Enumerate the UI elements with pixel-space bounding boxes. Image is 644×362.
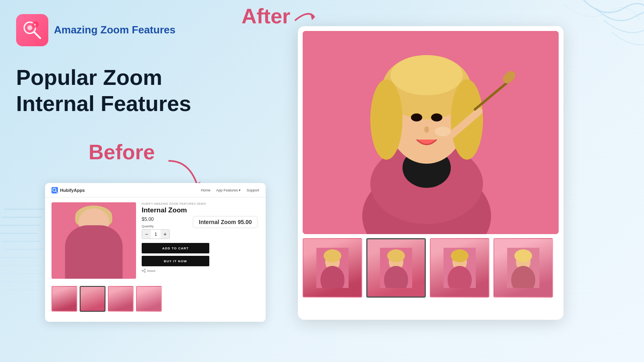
svg-point-22 (144, 269, 146, 270)
woman-body (65, 225, 123, 279)
app-logo-icon: + (16, 14, 48, 46)
panel-thumb-4[interactable] (136, 286, 162, 312)
before-panel: HubifyApps Home App Features ▾ Support H… (45, 183, 266, 322)
main-heading: Popular Zoom Internal Features (16, 64, 191, 117)
after-thumb-3[interactable] (430, 238, 489, 298)
svg-point-39 (424, 126, 429, 133)
zoom-badge-text: Internal Zoom 95.00 (199, 219, 252, 225)
before-label-text: Before (89, 140, 155, 164)
qty-value: 1 (151, 232, 161, 237)
svg-point-23 (142, 270, 143, 272)
product-image-art (52, 202, 136, 279)
svg-point-58 (514, 249, 532, 262)
svg-point-46 (324, 249, 341, 262)
panel-nav: HubifyApps Home App Features ▾ Support (45, 183, 266, 197)
heading-line2: Internal Features (16, 90, 191, 117)
app-name: Amazing Zoom Features (54, 24, 175, 36)
svg-text:+: + (34, 23, 36, 27)
svg-point-50 (387, 249, 405, 262)
share-label: Share (147, 269, 155, 273)
after-product-image-bg (303, 31, 559, 234)
buy-it-now-button[interactable]: BUY IT NOW (142, 256, 209, 266)
panel-nav-links: Home App Features ▾ Support (201, 188, 259, 192)
panel-thumb-3[interactable] (108, 286, 134, 312)
product-name: Internal Zoom (142, 206, 259, 214)
bg-lines-decoration (0, 201, 48, 322)
panel-thumbnails (45, 284, 266, 316)
panel-nav-logo-text: HubifyApps (60, 188, 85, 193)
app-title-text: Amazing Zoom Features (54, 24, 175, 36)
svg-point-13 (27, 25, 32, 30)
svg-line-14 (34, 32, 40, 38)
panel-body: HUBIFY AMAZING ZOOM FEATURES DEMO Intern… (45, 197, 266, 284)
zoom-badge: Internal Zoom 95.00 (193, 216, 258, 228)
svg-point-36 (390, 55, 463, 95)
panel-thumb-1[interactable] (52, 286, 77, 312)
svg-line-25 (143, 270, 144, 270)
svg-point-43 (435, 127, 451, 136)
svg-point-24 (144, 272, 146, 273)
nav-link-home[interactable]: Home (201, 188, 211, 192)
svg-marker-18 (310, 13, 315, 20)
after-label: After (242, 4, 318, 28)
svg-point-34 (370, 79, 402, 160)
panel-thumb-2[interactable] (80, 286, 105, 312)
product-brand: HUBIFY AMAZING ZOOM FEATURES DEMO (142, 202, 259, 205)
nav-link-features[interactable]: App Features ▾ (216, 188, 241, 192)
quantity-selector[interactable]: − 1 + (142, 229, 170, 239)
panel-nav-logo: HubifyApps (52, 187, 85, 193)
svg-line-26 (143, 271, 144, 272)
logo-area: + Amazing Zoom Features (16, 14, 175, 46)
after-thumb-2[interactable] (366, 238, 426, 298)
heading-line1: Popular Zoom (16, 64, 191, 90)
svg-point-37 (411, 113, 422, 121)
nav-link-support[interactable]: Support (246, 188, 259, 192)
add-to-cart-button[interactable]: ADD TO CART (142, 243, 209, 253)
after-main-image (303, 31, 559, 234)
after-panel (298, 26, 564, 320)
share-button[interactable]: Share (142, 269, 259, 273)
after-arrow-icon (293, 8, 318, 24)
qty-increase-button[interactable]: + (161, 230, 169, 239)
woman-illustration (303, 31, 559, 234)
panel-product-info: HUBIFY AMAZING ZOOM FEATURES DEMO Intern… (142, 202, 259, 279)
qty-decrease-button[interactable]: − (142, 230, 151, 239)
after-thumb-4[interactable] (493, 238, 553, 298)
panel-product-image (52, 202, 136, 279)
after-thumb-1[interactable] (303, 238, 362, 298)
svg-point-38 (431, 113, 442, 121)
before-label: Before (89, 140, 155, 164)
after-thumbnails (303, 238, 559, 298)
after-label-text: After (242, 4, 290, 28)
svg-point-54 (451, 249, 469, 262)
